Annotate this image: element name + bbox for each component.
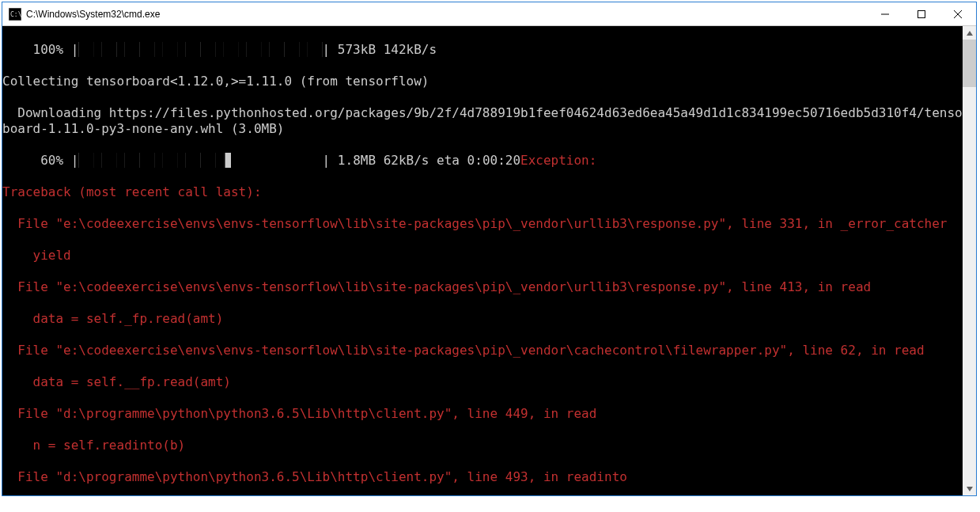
progress2-percent: 60% bbox=[40, 153, 63, 168]
svg-rect-3 bbox=[918, 10, 925, 17]
progress1-rate: 573kB 142kB/s bbox=[338, 42, 437, 57]
cmd-icon: C:\ bbox=[9, 8, 21, 21]
tb-line: yield bbox=[2, 248, 976, 264]
traceback-header: Traceback (most recent call last): bbox=[2, 184, 976, 200]
progress2-rate: 1.8MB 62kB/s eta 0:00:20 bbox=[338, 153, 520, 168]
minimize-button[interactable] bbox=[867, 2, 903, 25]
svg-text:C:\: C:\ bbox=[10, 11, 21, 18]
scroll-down-arrow[interactable] bbox=[963, 482, 976, 495]
cmd-window: C:\ C:\Windows\System32\cmd.exe 100% |██… bbox=[2, 2, 977, 496]
tb-line: data = self._fp.read(amt) bbox=[2, 311, 976, 327]
downloading-line: Downloading https://files.pythonhosted.o… bbox=[2, 105, 976, 137]
vertical-scrollbar[interactable] bbox=[963, 26, 976, 495]
terminal-content: 100% |████████████████████████████████| … bbox=[2, 26, 976, 495]
tb-line: n = self.readinto(b) bbox=[2, 438, 976, 453]
scrollbar-thumb[interactable] bbox=[963, 40, 976, 87]
maximize-button[interactable] bbox=[903, 2, 940, 25]
window-controls bbox=[867, 2, 976, 25]
tb-line: File "d:\programme\python\python3.6.5\Li… bbox=[2, 469, 976, 485]
tb-line: File "d:\programme\python\python3.6.5\Li… bbox=[2, 406, 976, 422]
window-title: C:\Windows\System32\cmd.exe bbox=[26, 9, 867, 20]
scroll-up-arrow[interactable] bbox=[963, 26, 976, 40]
terminal-area[interactable]: 100% |████████████████████████████████| … bbox=[2, 26, 976, 495]
close-button[interactable] bbox=[940, 2, 976, 25]
exception-label: Exception: bbox=[520, 153, 596, 168]
collecting-line: Collecting tensorboard<1.12.0,>=1.11.0 (… bbox=[2, 74, 976, 89]
titlebar[interactable]: C:\ C:\Windows\System32\cmd.exe bbox=[2, 2, 976, 26]
tb-line: File "e:\codeexercise\envs\envs-tensorfl… bbox=[2, 343, 976, 358]
scrollbar-track[interactable] bbox=[963, 40, 976, 482]
progress1-percent: 100% bbox=[33, 42, 64, 57]
tb-line: File "e:\codeexercise\envs\envs-tensorfl… bbox=[2, 279, 976, 295]
tb-line: data = self.__fp.read(amt) bbox=[2, 374, 976, 390]
tb-line: File "e:\codeexercise\envs\envs-tensorfl… bbox=[2, 216, 976, 232]
